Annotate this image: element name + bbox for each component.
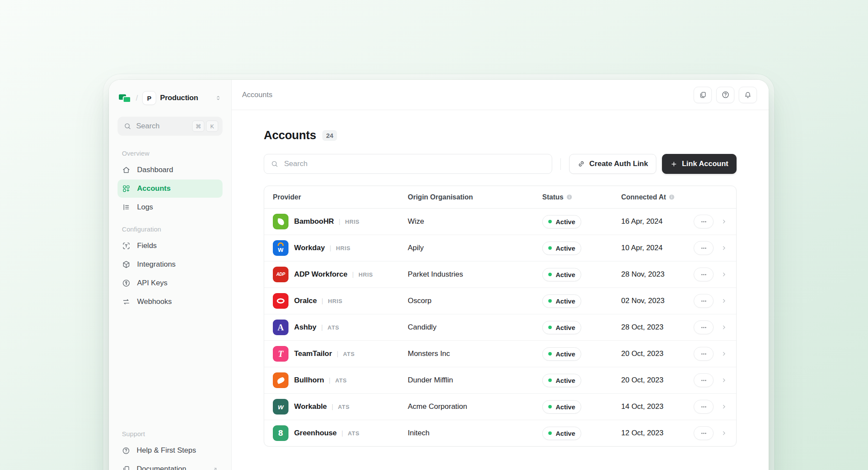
sidebar-item-label: Fields (137, 242, 157, 250)
chevron-right-icon[interactable] (721, 297, 727, 304)
account-row[interactable]: ADPADP Workforce|HRISParket IndustriesAc… (264, 261, 736, 288)
sidebar-search[interactable]: Search ⌘ K (118, 117, 223, 136)
column-header-connected-at: Connected At (621, 193, 676, 201)
row-menu-button[interactable] (694, 294, 714, 308)
workday-logo-icon: w (273, 240, 288, 256)
chevron-right-icon[interactable] (721, 245, 727, 251)
tag-divider: | (330, 245, 331, 251)
account-row[interactable]: Bullhorn|ATSDunder MifflinActive20 Oct, … (264, 367, 736, 394)
bell-button[interactable] (739, 87, 757, 103)
provider-category: ATS (338, 404, 350, 410)
account-row[interactable]: wWorkable|ATSAcme CorporationActive14 Oc… (264, 394, 736, 420)
status-label: Active (556, 324, 575, 331)
row-menu-button[interactable] (694, 426, 714, 440)
provider-category: ATS (328, 324, 339, 331)
origin-organisation: Parket Industries (408, 270, 542, 279)
provider-category: HRIS (345, 219, 359, 225)
origin-organisation: Candidly (408, 323, 542, 332)
sidebar-item-dashboard[interactable]: Dashboard (118, 161, 223, 179)
chevron-right-icon[interactable] (721, 218, 727, 225)
origin-organisation: Wize (408, 217, 542, 226)
table-header-row: ProviderOrigin OrganisationStatusConnect… (264, 186, 736, 209)
status-badge: Active (542, 427, 581, 440)
environment-name: Production (160, 94, 198, 102)
chevrons-updown-icon[interactable] (215, 95, 222, 101)
chevron-right-icon[interactable] (721, 377, 727, 384)
row-menu-button[interactable] (694, 215, 714, 228)
sidebar-item-fields[interactable]: Fields (118, 237, 223, 255)
sidebar-section: SupportHelp & First StepsDocumentation (118, 427, 223, 470)
create-auth-link-button[interactable]: Create Auth Link (569, 154, 656, 174)
sidebar-item-label: Logs (137, 203, 153, 212)
sidebar-item-label: Dashboard (137, 166, 173, 174)
row-menu-button[interactable] (694, 373, 714, 387)
row-menu-button[interactable] (694, 400, 714, 414)
status-label: Active (556, 350, 575, 358)
account-row[interactable]: AAshby|ATSCandidlyActive28 Oct, 2023 (264, 314, 736, 341)
search-placeholder-label: Search (136, 122, 160, 131)
section-label: Overview (118, 146, 223, 161)
origin-organisation: Oscorp (408, 297, 542, 305)
sidebar-item-logs[interactable]: Logs (118, 198, 223, 216)
provider-name: Bullhorn (294, 376, 324, 385)
status-badge: Active (542, 215, 581, 228)
api-keys-icon (122, 279, 131, 287)
sidebar-item-webhooks[interactable]: Webhooks (118, 293, 223, 311)
section-label: Configuration (118, 222, 223, 237)
connected-at: 14 Oct, 2023 (621, 402, 676, 411)
info-icon[interactable] (669, 194, 675, 200)
column-header-origin-organisation: Origin Organisation (408, 193, 542, 201)
content-area: Accounts 24 Create Auth Link (232, 110, 769, 470)
tag-divider: | (321, 297, 323, 304)
row-menu-button[interactable] (694, 268, 714, 281)
row-menu-button[interactable] (694, 347, 714, 361)
connected-at: 16 Apr, 2024 (621, 217, 676, 226)
account-row[interactable]: BambooHR|HRISWizeActive16 Apr, 2024 (264, 209, 736, 235)
account-row[interactable]: Oralce|HRISOscorpActive02 Nov, 2023 (264, 288, 736, 314)
help-circle-button[interactable] (716, 87, 734, 103)
status-dot (548, 299, 552, 303)
row-menu-button[interactable] (694, 241, 714, 255)
sidebar-item-help-first-steps[interactable]: Help & First Steps (118, 441, 223, 460)
sidebar-item-label: Help & First Steps (137, 446, 196, 455)
fields-icon (122, 242, 131, 250)
external-link-icon (212, 466, 218, 470)
table-search (264, 154, 552, 174)
account-row[interactable]: TTeamTailor|ATSMonsters IncActive20 Oct,… (264, 341, 736, 367)
help-circle-icon (122, 447, 130, 455)
status-dot (548, 431, 552, 435)
sidebar-item-integrations[interactable]: Integrations (118, 255, 223, 274)
chevron-right-icon[interactable] (721, 430, 727, 437)
breadcrumb-separator: / (136, 94, 138, 103)
status-label: Active (556, 403, 575, 411)
workable-logo-icon: w (273, 399, 288, 415)
connected-at: 20 Oct, 2023 (621, 376, 676, 385)
copy-docs-button[interactable] (694, 87, 712, 103)
bullhorn-logo-icon (273, 372, 288, 388)
chevron-right-icon[interactable] (721, 403, 727, 410)
app-logo-icon (118, 93, 131, 104)
page-title: Accounts (264, 129, 316, 142)
account-row[interactable]: 8Greenhouse|ATSInitechActive12 Oct, 2023 (264, 420, 736, 446)
chevron-right-icon[interactable] (721, 271, 727, 278)
sidebar-item-accounts[interactable]: Accounts (118, 180, 223, 198)
chevron-right-icon[interactable] (721, 324, 727, 331)
workspace-switcher[interactable]: / P Production (118, 91, 223, 105)
link-account-button[interactable]: Link Account (662, 154, 737, 174)
info-icon[interactable] (567, 194, 572, 200)
status-label: Active (556, 218, 575, 225)
provider-category: ATS (343, 351, 355, 357)
integrations-icon (122, 260, 131, 269)
chevron-right-icon[interactable] (721, 350, 727, 357)
status-dot (548, 273, 552, 276)
row-menu-button[interactable] (694, 320, 714, 334)
sidebar: / P Production Search ⌘ K OverviewDashbo… (109, 80, 232, 470)
adp-workforce-logo-icon: ADP (273, 267, 288, 282)
search-input[interactable] (283, 159, 545, 169)
tag-divider: | (331, 403, 333, 410)
tag-divider: | (341, 430, 343, 437)
sidebar-item-api-keys[interactable]: API Keys (118, 274, 223, 292)
account-row[interactable]: wWorkday|HRISApilyActive10 Apr, 2024 (264, 235, 736, 261)
sidebar-item-documentation[interactable]: Documentation (118, 460, 223, 470)
tag-divider: | (339, 218, 341, 225)
